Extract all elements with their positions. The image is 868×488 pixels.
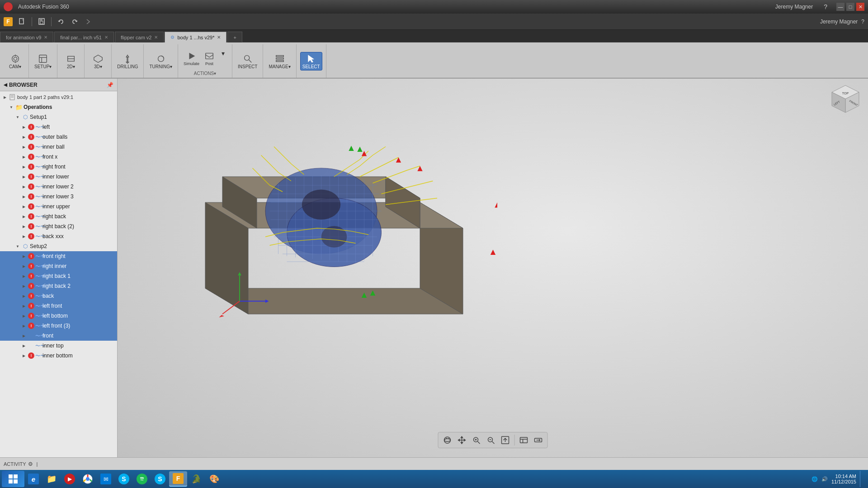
setup2-item[interactable]: ▼ ⬡ Setup2 bbox=[0, 241, 117, 251]
simulate-button[interactable]: Simulate bbox=[182, 50, 201, 67]
start-button[interactable] bbox=[2, 471, 24, 487]
setup-button[interactable]: SETUP▾ bbox=[33, 52, 53, 70]
taskbar-app10[interactable]: 🐊 bbox=[187, 471, 205, 487]
expand-icon[interactable]: ▶ bbox=[21, 313, 27, 319]
expand-icon[interactable]: ▶ bbox=[2, 94, 8, 100]
viewport[interactable]: TOP FRONT LEFT bbox=[118, 79, 868, 457]
fit-button[interactable] bbox=[499, 434, 512, 446]
op-left-front-3[interactable]: ▶ ! 〜〜 left front (3) bbox=[0, 321, 117, 331]
save-button[interactable] bbox=[36, 16, 47, 28]
drilling-button[interactable]: DRILLING bbox=[115, 52, 140, 70]
expand-icon[interactable]: ▶ bbox=[21, 303, 27, 309]
expand-icon[interactable]: ▶ bbox=[21, 174, 27, 180]
network-icon[interactable]: 🌐 bbox=[811, 476, 818, 482]
expand-icon[interactable]: ▶ bbox=[21, 263, 27, 269]
browser-back-icon[interactable]: ◀ bbox=[4, 82, 7, 87]
expand-icon[interactable]: ▶ bbox=[21, 134, 27, 140]
op-inner-lower-3[interactable]: ▶ ! 〜〜 inner lower 3 bbox=[0, 192, 117, 202]
taskbar-spotify[interactable] bbox=[133, 471, 151, 487]
expand-icon[interactable]: ▶ bbox=[21, 213, 27, 220]
op-right-back-2[interactable]: ▶ ! 〜〜 right back (2) bbox=[0, 221, 117, 231]
viewport-options-button[interactable] bbox=[532, 434, 545, 446]
clock[interactable]: 10:14 AM 11/12/2015 bbox=[831, 474, 856, 484]
expand-icon[interactable]: ▶ bbox=[21, 343, 27, 349]
op-back[interactable]: ▶ ! 〜〜 back bbox=[0, 291, 117, 301]
tab-flipper-cam[interactable]: flipper cam v2 ✕ bbox=[115, 32, 164, 42]
maximize-button[interactable]: □ bbox=[846, 3, 854, 11]
op-inner-lower[interactable]: ▶ ! 〜〜 inner lower bbox=[0, 172, 117, 182]
inspect-button[interactable]: INSPECT bbox=[236, 52, 259, 70]
2d-button[interactable]: 2D▾ bbox=[63, 52, 79, 70]
expand-icon[interactable]: ▶ bbox=[21, 203, 27, 210]
expand-icon[interactable]: ▶ bbox=[21, 193, 27, 200]
op-right-back-1[interactable]: ▶ ! 〜〜 right back 1 bbox=[0, 271, 117, 281]
taskbar-chrome[interactable] bbox=[79, 471, 97, 487]
expand-icon[interactable]: ▶ bbox=[21, 323, 27, 329]
expand-icon[interactable]: ▶ bbox=[21, 273, 27, 279]
expand-icon[interactable]: ▼ bbox=[14, 114, 21, 120]
operations-item[interactable]: ▼ 📁 Operations bbox=[0, 102, 117, 112]
op-outer-balls[interactable]: ▶ ! 〜〜 outer balls bbox=[0, 132, 117, 142]
expand-icon[interactable]: ▶ bbox=[21, 253, 27, 259]
taskbar-media[interactable]: ▶ bbox=[61, 471, 79, 487]
taskbar-explorer[interactable]: 📁 bbox=[42, 471, 61, 487]
browser-pin-icon[interactable]: 📌 bbox=[107, 82, 113, 88]
tab-close-icon[interactable]: ✕ bbox=[104, 35, 108, 40]
viewcube[interactable]: TOP FRONT LEFT bbox=[827, 83, 863, 119]
new-button[interactable] bbox=[16, 16, 28, 28]
op-inner-top[interactable]: ▶ 〜〜 inner top bbox=[0, 341, 117, 351]
taskbar-paint[interactable]: 🎨 bbox=[205, 471, 223, 487]
tab-final-par[interactable]: final par... inch v51 ✕ bbox=[54, 32, 114, 42]
expand-icon[interactable]: ▶ bbox=[21, 164, 27, 170]
op-left-front[interactable]: ▶ ! 〜〜 left front bbox=[0, 301, 117, 311]
op-inner-bottom[interactable]: ▶ ! 〜〜 inner bottom bbox=[0, 351, 117, 361]
expand-icon[interactable]: ▶ bbox=[21, 283, 27, 289]
taskbar-skype2[interactable]: S bbox=[151, 471, 169, 487]
expand-icon[interactable]: ▼ bbox=[8, 104, 14, 110]
op-right-inner[interactable]: ▶ ! 〜〜 right inner bbox=[0, 261, 117, 271]
close-button[interactable]: ✕ bbox=[856, 3, 864, 11]
zoom-out-button[interactable] bbox=[485, 434, 497, 446]
tab-close-icon[interactable]: ✕ bbox=[44, 35, 47, 40]
actions-dropdown-button[interactable]: ▾ bbox=[217, 45, 228, 71]
manage-button[interactable]: MANAGE▾ bbox=[267, 52, 292, 70]
3d-button[interactable]: 3D▾ bbox=[90, 52, 106, 70]
zoom-button[interactable] bbox=[470, 434, 483, 446]
orbit-button[interactable] bbox=[441, 434, 454, 446]
tab-close-icon[interactable]: ✕ bbox=[217, 35, 221, 40]
turning-button[interactable]: TURNING▾ bbox=[147, 52, 174, 70]
pan-button[interactable] bbox=[456, 434, 468, 446]
op-inner-ball[interactable]: ▶ ! 〜〜 inner ball bbox=[0, 142, 117, 152]
undo-button[interactable] bbox=[55, 16, 67, 28]
taskbar-outlook[interactable]: ✉ bbox=[97, 471, 115, 487]
activity-expand-icon[interactable]: | bbox=[37, 461, 38, 467]
op-right-front[interactable]: ▶ ! 〜〜 right front bbox=[0, 162, 117, 172]
minimize-button[interactable]: — bbox=[836, 3, 844, 11]
volume-icon[interactable]: 🔊 bbox=[821, 476, 828, 482]
op-front-x[interactable]: ▶ ! 〜〜 front x bbox=[0, 152, 117, 162]
cam-button[interactable]: CAM▾ bbox=[7, 52, 24, 70]
tab-for-animation[interactable]: for animation v9 ✕ bbox=[0, 32, 53, 42]
browser-root[interactable]: ▶ body 1 part 2 paths v29:1 bbox=[0, 92, 117, 102]
taskbar-ie[interactable]: e bbox=[24, 471, 42, 487]
op-front[interactable]: ▶ 〜〜 front bbox=[0, 331, 117, 341]
expand-icon[interactable]: ▶ bbox=[21, 144, 27, 150]
expand-icon[interactable]: ▶ bbox=[21, 333, 27, 339]
activity-settings-icon[interactable]: ⚙ bbox=[28, 461, 33, 467]
tab-body1[interactable]: ⚙ body 1 ...hs v29* ✕ bbox=[165, 32, 226, 42]
op-left-bottom[interactable]: ▶ ! 〜〜 left bottom bbox=[0, 311, 117, 321]
tab-new[interactable]: + bbox=[227, 32, 242, 42]
expand-icon[interactable]: ▶ bbox=[21, 124, 27, 130]
help-toolbar-icon[interactable]: ? bbox=[861, 19, 864, 25]
redo-button[interactable] bbox=[69, 16, 80, 28]
expand-icon[interactable]: ▼ bbox=[14, 243, 21, 249]
taskbar-skype1[interactable]: S bbox=[115, 471, 133, 487]
post-button[interactable]: Post bbox=[202, 50, 217, 67]
expand-icon[interactable]: ▶ bbox=[21, 223, 27, 230]
setup1-item[interactable]: ▼ ⬡ Setup1 bbox=[0, 112, 117, 122]
op-right-back-2s[interactable]: ▶ ! 〜〜 right back 2 bbox=[0, 281, 117, 291]
op-right-back[interactable]: ▶ ! 〜〜 right back bbox=[0, 211, 117, 221]
show-desktop-button[interactable] bbox=[860, 471, 863, 487]
expand-icon[interactable]: ▶ bbox=[21, 293, 27, 299]
op-inner-lower-2[interactable]: ▶ ! 〜〜 inner lower 2 bbox=[0, 182, 117, 192]
